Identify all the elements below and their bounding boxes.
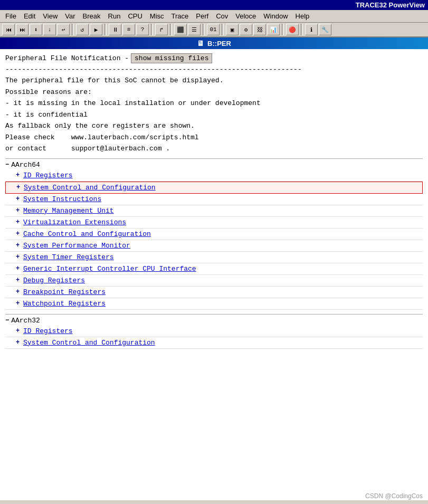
notification-line: Peripheral File Notification - show miss…: [5, 53, 423, 63]
collapse-icon: −: [5, 317, 9, 324]
expand-icon: +: [16, 242, 21, 249]
tree-item-label[interactable]: Watchpoint Registers: [23, 300, 106, 308]
binary-button[interactable]: 01: [207, 24, 220, 35]
record-button[interactable]: 🔴: [286, 24, 299, 35]
window-title-bar: 🖥 B::PER: [0, 37, 428, 49]
tree-item[interactable]: +System Performance Monitor: [5, 240, 423, 252]
menu-item-window[interactable]: Window: [260, 11, 291, 21]
notification-text-line: Possible reasons are:: [5, 87, 423, 98]
step-return-button[interactable]: ↩: [57, 24, 70, 35]
section-header-aarch32[interactable]: −AArch32: [5, 316, 423, 326]
tree-item[interactable]: +System Control and Configuration: [5, 182, 423, 194]
notification-text-line: - it is missing in the local installatio…: [5, 98, 423, 109]
tree-item-label[interactable]: Breakpoint Registers: [23, 288, 106, 296]
notification-text-line: - it is confidential: [5, 110, 423, 120]
title-bar: TRACE32 PowerView: [0, 0, 428, 10]
menu-item-file[interactable]: File: [2, 11, 20, 21]
toolbar-separator: [104, 24, 107, 35]
section-label: AArch32: [11, 317, 40, 325]
menu-item-help[interactable]: Help: [292, 11, 313, 21]
tree-item[interactable]: +Cache Control and Configuration: [5, 229, 423, 240]
tree-item-label[interactable]: ID Registers: [23, 172, 73, 179]
chart-button[interactable]: 📊: [267, 24, 280, 35]
halt-button[interactable]: ⏸: [109, 24, 121, 35]
menu-item-veloce[interactable]: Veloce: [232, 11, 259, 21]
notification-prefix: Peripheral File Notification -: [5, 54, 129, 62]
tree-item[interactable]: +Memory Management Unit: [5, 205, 423, 217]
expand-icon: +: [16, 218, 21, 226]
tree-item[interactable]: +System Timer Registers: [5, 252, 423, 263]
tree-item[interactable]: +Watchpoint Registers: [5, 298, 423, 310]
menu-item-trace[interactable]: Trace: [168, 11, 192, 21]
tree-item[interactable]: +System Control and Configuration: [5, 337, 423, 349]
tree-item-label[interactable]: System Control and Configuration: [23, 339, 155, 347]
tree-item-label[interactable]: Cache Control and Configuration: [23, 230, 151, 238]
tree-item-label[interactable]: Memory Management Unit: [23, 207, 114, 215]
show-missing-button[interactable]: show missing files: [131, 53, 212, 63]
tree-item[interactable]: +Generic Interrupt Controller CPU Interf…: [5, 263, 423, 275]
tree-item-label[interactable]: Debug Registers: [23, 277, 85, 284]
expand-icon: +: [16, 339, 21, 346]
notification-text-line: The peripheral file for this SoC cannot …: [5, 75, 423, 86]
notification-body: The peripheral file for this SoC cannot …: [5, 75, 423, 154]
menu-item-misc[interactable]: Misc: [147, 11, 167, 21]
menu-item-cov[interactable]: Cov: [213, 11, 231, 21]
tree-item-label[interactable]: System Performance Monitor: [23, 242, 130, 250]
back-button[interactable]: ↱: [155, 24, 168, 35]
menu-item-cpu[interactable]: CPU: [125, 11, 145, 21]
title-bar-text: TRACE32 PowerView: [356, 1, 425, 9]
menu-item-run[interactable]: Run: [105, 11, 124, 21]
run-button[interactable]: ▶: [90, 24, 102, 35]
expand-icon: +: [16, 327, 21, 335]
tree-item[interactable]: +ID Registers: [5, 170, 423, 182]
expand-icon: +: [16, 300, 21, 307]
breakpoints-button[interactable]: ≡: [122, 24, 135, 35]
tree-item-label[interactable]: Virtualization Extensions: [23, 218, 126, 226]
cpu-button[interactable]: ⚙: [240, 24, 252, 35]
menu-bar: FileEditViewVarBreakRunCPUMiscTracePerfC…: [0, 10, 428, 23]
tree-item[interactable]: +Breakpoint Registers: [5, 287, 423, 298]
toolbar-separator: [282, 24, 284, 35]
help-button[interactable]: ?: [136, 24, 149, 35]
tree-item-label[interactable]: System Instructions: [23, 195, 101, 203]
step-down-button[interactable]: ↓: [43, 24, 56, 35]
menu-item-view[interactable]: View: [40, 11, 61, 21]
menu-item-var[interactable]: Var: [62, 11, 78, 21]
toolbar-separator: [301, 24, 303, 35]
window-title-text: B::PER: [207, 40, 231, 47]
expand-icon: +: [16, 195, 21, 203]
list-button[interactable]: ☰: [188, 24, 201, 35]
tree-item-label[interactable]: Generic Interrupt Controller CPU Interfa…: [23, 265, 196, 273]
stop-button[interactable]: ⬛: [174, 24, 187, 35]
menu-item-perf[interactable]: Perf: [193, 11, 212, 21]
tree-item[interactable]: +System Instructions: [5, 194, 423, 205]
toolbar-separator: [151, 24, 153, 35]
step-back-button[interactable]: ⏮: [2, 24, 15, 35]
tree-item[interactable]: +ID Registers: [5, 326, 423, 337]
info-button[interactable]: ℹ: [305, 24, 318, 35]
expand-icon: +: [16, 172, 21, 179]
content-area: Peripheral File Notification - show miss…: [0, 49, 428, 500]
menu-item-edit[interactable]: Edit: [21, 11, 39, 21]
section-divider-0: [5, 158, 423, 159]
config-button[interactable]: 🔧: [319, 24, 331, 35]
reset-button[interactable]: ↺: [76, 24, 89, 35]
tree-item-label[interactable]: System Timer Registers: [23, 253, 114, 261]
step-into-button[interactable]: ⬇: [30, 24, 42, 35]
tree-item-label[interactable]: ID Registers: [23, 327, 73, 335]
chain-button[interactable]: ⛓: [253, 24, 266, 35]
menu-item-break[interactable]: Break: [80, 11, 104, 21]
toolbar: ⏮⏭⬇↓↩↺▶⏸≡?↱⬛☰01▣⚙⛓📊🔴ℹ🔧: [0, 23, 428, 37]
step-forward-button[interactable]: ⏭: [16, 24, 28, 35]
section-header-aarch64[interactable]: −AArch64: [5, 160, 423, 170]
memory-button[interactable]: ▣: [226, 24, 239, 35]
divider-line: ----------------------------------------…: [5, 65, 423, 73]
watermark: CSDN @CodingCos: [365, 492, 423, 500]
window-title-icon: 🖥: [197, 39, 204, 47]
section-label: AArch64: [11, 161, 40, 169]
tree-item-label[interactable]: System Control and Configuration: [24, 184, 156, 192]
tree-item[interactable]: +Virtualization Extensions: [5, 217, 423, 229]
expand-icon: +: [16, 184, 22, 191]
tree-item[interactable]: +Debug Registers: [5, 275, 423, 287]
expand-icon: +: [16, 253, 21, 261]
